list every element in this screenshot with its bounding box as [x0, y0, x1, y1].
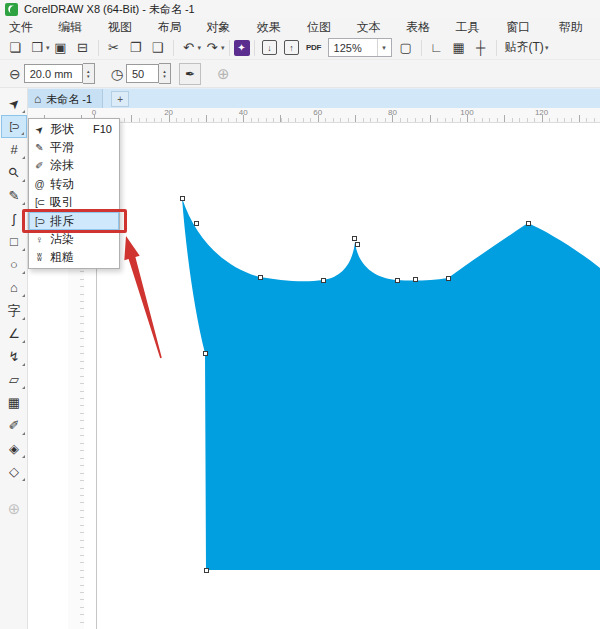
zoom-tool[interactable]: ⚲	[1, 161, 27, 184]
redo-icon[interactable]: ↷	[202, 38, 222, 58]
property-bar: ⊖ 20.0 mm ▴ ▾ ◷ 50 ▴ ▾ ✒ ⊕	[0, 60, 600, 88]
text-tool[interactable]: 字	[1, 299, 27, 322]
ruler-label: 40	[233, 108, 253, 117]
copy-icon[interactable]: ❐	[126, 38, 146, 58]
curve-node[interactable]	[395, 278, 400, 283]
roughen-tool-icon: ʬ	[29, 252, 50, 263]
undo-icon[interactable]: ↶	[179, 38, 199, 58]
menu-object[interactable]: 对象(C)	[197, 18, 247, 36]
curve-node[interactable]	[526, 221, 531, 226]
curve-node[interactable]	[352, 236, 357, 241]
window-title: CorelDRAW X8 (64-Bit) - 未命名 -1	[24, 2, 195, 17]
curve-node[interactable]	[194, 221, 199, 226]
home-icon: ⌂	[34, 92, 41, 106]
nib-size-spinner[interactable]: ▴ ▾	[83, 63, 95, 84]
new-document-icon[interactable]: ❏	[5, 38, 25, 58]
zoom-level-combo[interactable]: 125% ▾	[328, 38, 392, 57]
rectangle-tool[interactable]: □	[1, 230, 27, 253]
curve-node[interactable]	[180, 196, 185, 201]
pick-tool[interactable]: ➤	[1, 92, 27, 115]
twirl-tool-icon: @	[29, 179, 50, 190]
ruler-label: 80	[382, 108, 402, 117]
title-bar: CorelDRAW X8 (64-Bit) - 未命名 -1	[0, 0, 600, 18]
curve-node[interactable]	[355, 242, 360, 247]
curve-node[interactable]	[413, 277, 418, 282]
fullscreen-preview-icon[interactable]: ▢	[396, 38, 416, 58]
application-launcher-icon[interactable]: ✦	[234, 40, 250, 56]
curve-node[interactable]	[203, 351, 208, 356]
menu-edit[interactable]: 编辑(E)	[49, 18, 99, 36]
document-tab-label: 未命名 -1	[46, 92, 92, 107]
undo-dropdown-caret[interactable]: ▾	[198, 44, 202, 52]
freehand-tool[interactable]: ✎	[1, 184, 27, 207]
flyout-item-smudge[interactable]: ♀ 沾染	[29, 230, 119, 248]
show-rulers-icon[interactable]: ∟	[427, 38, 447, 58]
flyout-item-twirl[interactable]: @ 转动	[29, 175, 119, 193]
publish-pdf-icon[interactable]: PDF	[304, 38, 324, 58]
dimension-tool[interactable]: ∠	[1, 322, 27, 345]
menu-bar: 文件(F) 编辑(E) 视图(V) 布局(L) 对象(C) 效果(C) 位图(B…	[0, 18, 600, 36]
new-document-tab-button[interactable]: +	[111, 91, 129, 107]
nib-decrease-icon[interactable]: ⊖	[9, 66, 21, 82]
menu-effects[interactable]: 效果(C)	[248, 18, 298, 36]
toolbox: ➤ [⊃ # ⚲ ✎ ʃ □ ○ ⌂ 字 ∠ ↯ ▱ ▦ ✐ ◈ ◇ ⊕	[0, 88, 28, 629]
pen-pressure-toggle[interactable]: ✒	[179, 63, 201, 85]
flyout-item-smooth[interactable]: ✎ 平滑	[29, 138, 119, 156]
open-dropdown-caret[interactable]: ▾	[46, 44, 50, 52]
more-tools-button[interactable]: ⊕	[1, 497, 27, 520]
save-icon[interactable]: ▣	[51, 38, 71, 58]
menu-layout[interactable]: 布局(L)	[149, 18, 198, 36]
flyout-item-smear[interactable]: ✐ 涂抹	[29, 157, 119, 175]
coreldraw-logo-icon	[5, 3, 18, 16]
ruler-label: 120	[532, 108, 552, 117]
flyout-item-roughen[interactable]: ʬ 粗糙	[29, 249, 119, 267]
transparency-tool[interactable]: ▦	[1, 391, 27, 414]
pen-pressure-icon: ✒	[185, 67, 195, 81]
print-icon[interactable]: ⊟	[73, 38, 93, 58]
menu-bitmaps[interactable]: 位图(B)	[298, 18, 348, 36]
connector-tool[interactable]: ↯	[1, 345, 27, 368]
import-icon[interactable]: ↓	[260, 38, 280, 58]
rate-icon: ◷	[111, 66, 123, 82]
document-tab-bar: ⌂ 未命名 -1 +	[28, 88, 600, 109]
curve-node[interactable]	[258, 275, 263, 280]
shape-tool-icon: ➤	[28, 118, 51, 141]
smart-fill-tool[interactable]: ◇	[1, 460, 27, 483]
color-eyedropper-tool[interactable]: ✐	[1, 414, 27, 437]
annotation-highlight-box	[22, 209, 127, 233]
smudge-tool-icon: ♀	[29, 234, 50, 245]
menu-window[interactable]: 窗口(W)	[497, 18, 549, 36]
curve-node[interactable]	[321, 278, 326, 283]
redo-dropdown-caret[interactable]: ▾	[221, 44, 225, 52]
snap-to-label: 贴齐(T)	[505, 39, 544, 56]
menu-view[interactable]: 视图(V)	[99, 18, 149, 36]
interactive-fill-tool[interactable]: ◈	[1, 437, 27, 460]
rate-field[interactable]: 50	[126, 64, 159, 83]
curve-node[interactable]	[446, 276, 451, 281]
shape-edit-tool[interactable]: [⊃	[1, 115, 27, 138]
document-tab[interactable]: ⌂ 未命名 -1	[28, 89, 103, 109]
menu-tools[interactable]: 工具(O)	[447, 18, 498, 36]
export-icon[interactable]: ↑	[282, 38, 302, 58]
paste-icon[interactable]: ❑	[148, 38, 168, 58]
flyout-item-shape[interactable]: ➤ 形状 F10	[29, 120, 119, 138]
ruler-label: 20	[159, 108, 179, 117]
curve-node[interactable]	[204, 568, 209, 573]
snap-to-dropdown[interactable]: 贴齐(T) ▾	[501, 39, 553, 56]
drop-shadow-tool[interactable]: ▱	[1, 368, 27, 391]
menu-text[interactable]: 文本(X)	[348, 18, 398, 36]
show-guidelines-icon[interactable]: ┼	[471, 38, 491, 58]
menu-table[interactable]: 表格(T)	[397, 18, 446, 36]
menu-file[interactable]: 文件(F)	[0, 18, 49, 36]
quick-customize-icon[interactable]: ⊕	[217, 65, 230, 83]
polygon-tool[interactable]: ⌂	[1, 276, 27, 299]
crop-tool[interactable]: #	[1, 138, 27, 161]
show-grid-icon[interactable]: ▦	[449, 38, 469, 58]
zoom-dropdown-caret[interactable]: ▾	[377, 39, 391, 56]
cut-icon[interactable]: ✂	[104, 38, 124, 58]
menu-help[interactable]: 帮助(H)	[550, 18, 600, 36]
rate-spinner[interactable]: ▴ ▾	[159, 63, 171, 84]
nib-size-field[interactable]: 20.0 mm	[24, 64, 83, 83]
open-icon[interactable]: ❒	[27, 38, 47, 58]
ellipse-tool[interactable]: ○	[1, 253, 27, 276]
